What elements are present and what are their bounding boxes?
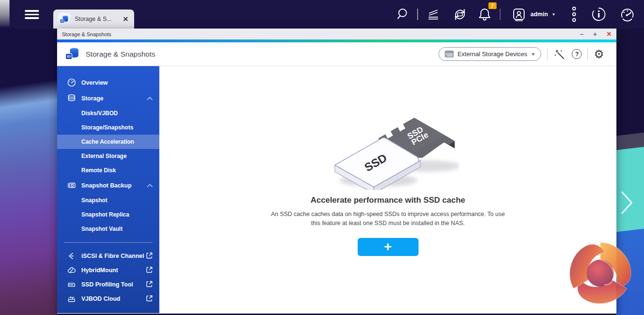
- sidebar-item-label: VJBOD Cloud: [81, 295, 146, 302]
- topbar-divider: [500, 9, 501, 20]
- sidebar-item-label: Overview: [81, 79, 153, 86]
- sidebar-item-overview[interactable]: Overview: [57, 75, 159, 90]
- sidebar-item-cache-acceleration[interactable]: Cache Acceleration: [57, 135, 159, 149]
- sidebar-item-label: SSD Profiling Tool: [81, 281, 146, 288]
- notifications-bell-icon[interactable]: 7: [478, 7, 492, 22]
- sidebar-item-remote-disk[interactable]: Remote Disk: [57, 163, 159, 177]
- svg-text:IO: IO: [67, 54, 71, 59]
- desktop-wallpaper-left: [0, 29, 57, 315]
- external-link-icon: [146, 266, 153, 275]
- device-scope-label: External Storage Devices: [458, 50, 527, 58]
- topbar-icon-cluster: 7 admin ▼: [395, 0, 641, 29]
- external-link-icon: [146, 252, 153, 260]
- ssd-profiling-icon: SSD: [67, 280, 76, 289]
- user-caret-down-icon: ▼: [552, 12, 556, 17]
- external-drive-icon: [445, 50, 454, 58]
- sidebar-item-hybridmount[interactable]: HybridMount: [57, 263, 159, 277]
- svg-text:IO: IO: [61, 20, 63, 22]
- sidebar-item-disks-vjbod[interactable]: Disks/VJBOD: [57, 106, 159, 120]
- sidebar-item-iscsi-fibre-channel[interactable]: iSCSI & Fibre Channel: [57, 249, 159, 263]
- sync-status-icon[interactable]: [452, 7, 468, 22]
- window-title: Storage & Snapshots: [62, 31, 580, 37]
- background-tasks-icon[interactable]: [426, 7, 441, 21]
- panel-description: An SSD cache caches data on high-speed S…: [269, 210, 507, 228]
- more-options-icon[interactable]: [571, 6, 577, 23]
- sidebar-item-label: Disks/VJBOD: [81, 110, 118, 117]
- sidebar-item-ssd-profiling-tool[interactable]: SSD SSD Profiling Tool: [57, 277, 159, 292]
- desktop-wallpaper-right: [616, 29, 644, 315]
- device-scope-caret-icon: ▼: [531, 52, 536, 57]
- system-info-icon[interactable]: [591, 6, 607, 22]
- sidebar-item-vjbod-cloud[interactable]: VJBOD Cloud: [57, 292, 159, 306]
- settings-gear-icon[interactable]: ⚙: [594, 49, 604, 60]
- hybridmount-cloud-icon: [67, 266, 76, 275]
- sidebar-item-label: iSCSI & Fibre Channel: [81, 253, 146, 259]
- sidebar-item-label: Cache Acceleration: [81, 138, 134, 145]
- sidebar-item-label: Snapshot Backup: [81, 182, 147, 189]
- svg-text:SSD: SSD: [69, 284, 73, 286]
- user-menu[interactable]: admin ▼: [511, 7, 556, 22]
- external-link-icon: [146, 295, 153, 303]
- help-icon[interactable]: ?: [572, 49, 582, 59]
- sidebar-item-label: External Storage: [81, 153, 127, 159]
- sidebar-navigation: Overview Storage Disks/VJBOD Storage/Sna…: [57, 66, 159, 313]
- ssd-illustration: SSD PCIe SSD: [317, 110, 459, 190]
- collapse-chevron-up-icon[interactable]: [147, 95, 153, 102]
- tab-close-icon[interactable]: ✕: [123, 16, 128, 22]
- window-close-icon[interactable]: ✕: [606, 31, 612, 37]
- sidebar-item-label: Storage/Snapshots: [81, 124, 133, 131]
- main-menu-icon[interactable]: [25, 10, 39, 19]
- notification-count-badge: 7: [488, 2, 497, 9]
- topbar-divider: [417, 9, 418, 20]
- cache-acceleration-panel: SSD PCIe SSD Accelerate performance with…: [159, 66, 616, 313]
- storage-snapshots-app-icon: IO: [58, 13, 70, 25]
- sidebar-item-label: Storage: [81, 95, 147, 102]
- create-ssd-cache-button[interactable]: +: [358, 238, 419, 256]
- storage-snapshots-window: Storage & Snapshots − + ✕ IO Storage & S…: [57, 29, 616, 314]
- external-link-icon: [146, 281, 153, 289]
- storage-database-icon: [67, 94, 76, 103]
- header-divider: [587, 49, 588, 60]
- wallpaper-blue-area: [616, 228, 644, 315]
- resource-monitor-gauge-icon[interactable]: [619, 6, 635, 22]
- recommendation-wand-icon[interactable]: [553, 48, 566, 60]
- collapse-chevron-up-icon[interactable]: [147, 182, 153, 189]
- sidebar-item-external-storage[interactable]: External Storage: [57, 149, 159, 163]
- iscsi-icon: [67, 251, 76, 261]
- app-tab-storage-snapshots[interactable]: IO Storage & S... ✕: [53, 10, 134, 29]
- panel-heading: Accelerate performance with SSD cache: [311, 196, 465, 205]
- window-maximize-icon[interactable]: +: [593, 31, 597, 38]
- device-scope-selector[interactable]: External Storage Devices ▼: [439, 47, 542, 61]
- vjbod-cloud-icon: [67, 294, 76, 304]
- sidebar-item-snapshot-vault[interactable]: Snapshot Vault: [57, 222, 159, 236]
- sidebar-item-storage-snapshots[interactable]: Storage/Snapshots: [57, 120, 159, 135]
- sidebar-item-label: Snapshot Vault: [81, 226, 123, 232]
- window-minimize-icon[interactable]: −: [580, 31, 584, 38]
- sidebar-divider: [64, 242, 153, 243]
- storage-snapshots-logo-icon: IO: [65, 46, 80, 63]
- app-title: Storage & Snapshots: [86, 50, 439, 59]
- app-tab-label: Storage & S...: [75, 16, 118, 22]
- sidebar-item-label: Snapshot: [81, 197, 107, 204]
- sidebar-item-snapshot[interactable]: Snapshot: [57, 193, 159, 207]
- app-header: IO Storage & Snapshots External Storage …: [57, 42, 616, 66]
- sidebar-item-label: HybridMount: [81, 267, 146, 274]
- overview-gauge-icon: [67, 78, 76, 88]
- desktop-top-bar: IO Storage & S... ✕ 7: [0, 0, 644, 29]
- user-name-label: admin: [530, 11, 548, 18]
- desktop-slide-panel-chevron-icon[interactable]: [618, 189, 635, 218]
- sidebar-group-storage[interactable]: Storage: [57, 90, 159, 106]
- header-divider: [547, 49, 547, 60]
- sidebar-group-snapshot-backup[interactable]: Snapshot Backup: [57, 177, 159, 193]
- snapshot-camera-icon: [67, 181, 76, 190]
- sidebar-item-snapshot-replica[interactable]: Snapshot Replica: [57, 207, 159, 222]
- search-icon[interactable]: [395, 7, 409, 21]
- sidebar-item-label: Snapshot Replica: [81, 211, 129, 218]
- user-avatar-icon: [511, 7, 527, 22]
- sidebar-item-label: Remote Disk: [81, 167, 116, 174]
- window-titlebar[interactable]: Storage & Snapshots − + ✕: [57, 29, 616, 39]
